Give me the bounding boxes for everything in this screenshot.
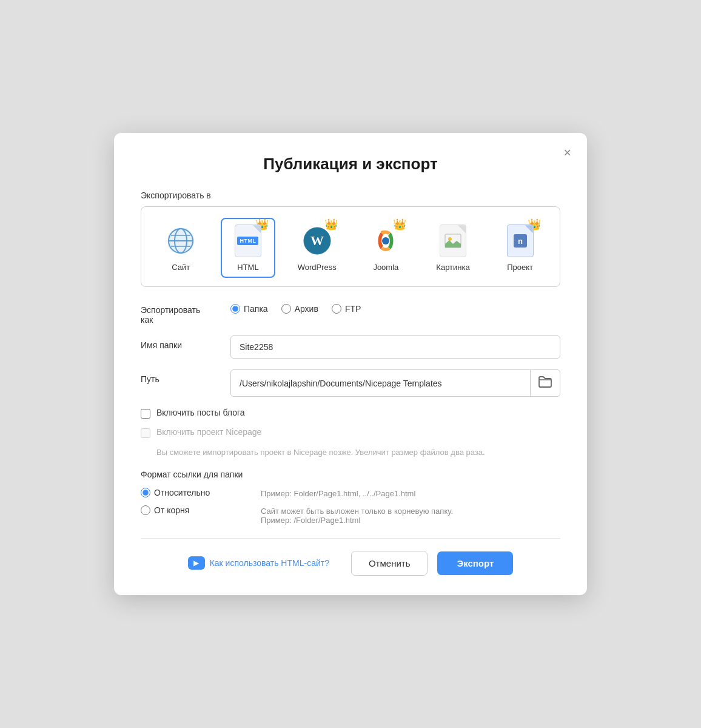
nicepage-project-checkbox[interactable] [141,428,150,438]
project-icon-wrapper: 👑 n [503,224,537,258]
path-control [230,369,560,397]
link-format-root-row: От корня Сайт может быть выложен только … [141,505,560,525]
link-format-relative-example: Пример: Folder/Page1.html, ../../Page1.h… [261,488,415,498]
image-icon-svg [444,234,461,248]
radio-ftp[interactable]: FTP [332,304,361,314]
publish-export-dialog: × Публикация и экспорт Экспортировать в … [114,133,587,595]
radio-relative[interactable]: Относительно [141,488,210,497]
link-format-root-left: От корня [141,505,250,515]
joomla-label: Joomla [373,263,398,272]
image-label: Картинка [436,263,469,272]
blog-posts-checkbox-row: Включить посты блога [141,408,560,419]
blog-posts-checkbox[interactable] [141,409,150,419]
path-input[interactable] [231,372,530,394]
export-option-joomla[interactable]: 👑 Joomla [358,218,413,278]
html-badge: HTML [237,237,258,245]
nicepage-project-checkbox-row: Включить проект Nicepage [141,427,560,438]
export-option-project[interactable]: 👑 n Проект [493,218,548,278]
wordpress-label: WordPress [298,263,337,272]
radio-archive-input[interactable] [281,304,291,314]
link-format-relative-left: Относительно [141,488,250,497]
folder-icon [538,375,552,388]
export-as-controls: Папка Архив FTP [230,300,560,314]
html-icon-wrapper: 👑 HTML [231,224,265,258]
nicepage-project-label: Включить проект Nicepage [156,427,261,437]
close-button[interactable]: × [563,146,571,160]
path-row: Путь [141,369,560,397]
svg-text:n: n [518,237,523,246]
site-icon-wrapper [164,224,198,258]
radio-root-label: От корня [154,505,189,515]
blog-posts-label: Включить посты блога [156,408,245,417]
export-option-image[interactable]: Картинка [426,218,480,278]
export-option-html[interactable]: 👑 HTML HTML [221,218,275,278]
project-file-icon: n [507,224,534,257]
link-format-title: Формат ссылки для папки [141,470,560,479]
link-format-root-example: Сайт может быть выложен только в корневу… [261,505,453,525]
path-label: Путь [141,369,220,384]
image-file-icon [440,224,466,257]
radio-folder-label: Папка [244,304,268,314]
radio-archive-label: Архив [295,304,318,314]
project-label: Проект [507,263,533,272]
export-as-row: Эспортироватькак Папка Архив FTP [141,300,560,325]
nicepage-project-section: Включить проект Nicepage Вы сможете импо… [141,427,560,459]
wordpress-icon-wrapper: 👑 W [300,224,334,258]
cancel-button[interactable]: Отменить [351,551,428,576]
export-option-wordpress[interactable]: 👑 W WordPress [288,218,346,278]
radio-folder[interactable]: Папка [230,304,268,314]
radio-root-input[interactable] [141,505,150,515]
how-to-link[interactable]: ▶ Как использовать HTML-сайт? [188,556,329,570]
export-option-site[interactable]: Сайт [153,218,208,278]
html-label: HTML [237,263,258,272]
video-icon: ▶ [188,556,205,570]
html-file-icon: HTML [235,224,261,257]
how-to-label: Как использовать HTML-сайт? [210,558,329,568]
folder-name-control [230,335,560,359]
project-icon-svg: n [512,233,528,249]
link-format-relative-row: Относительно Пример: Folder/Page1.html, … [141,488,560,498]
site-label: Сайт [172,263,190,272]
radio-folder-input[interactable] [230,304,240,314]
folder-name-input[interactable] [230,335,560,359]
folder-name-row: Имя папки [141,335,560,359]
dialog-footer: ▶ Как использовать HTML-сайт? Отменить Э… [141,551,560,576]
nicepage-project-subtext: Вы сможете импортировать проект в Nicepa… [156,447,560,459]
radio-archive[interactable]: Архив [281,304,318,314]
folder-name-label: Имя папки [141,335,220,350]
joomla-crown: 👑 [393,218,406,231]
radio-ftp-label: FTP [345,304,361,314]
radio-root[interactable]: От корня [141,505,189,515]
radio-ftp-input[interactable] [332,304,341,314]
export-icons-box: Сайт 👑 HTML HTML 👑 W WordPress [141,206,560,287]
svg-text:W: W [310,233,324,248]
image-icon-wrapper [436,224,470,258]
radio-relative-label: Относительно [154,488,210,497]
browse-button[interactable] [530,370,560,396]
export-as-radio-group: Папка Архив FTP [230,300,560,314]
globe-icon [165,225,196,257]
joomla-icon-wrapper: 👑 [369,224,403,258]
dialog-title: Публикация и экспорт [141,155,560,174]
export-as-label: Эспортироватькак [141,300,220,325]
radio-relative-input[interactable] [141,488,150,497]
export-button[interactable]: Экспорт [437,551,513,575]
svg-point-12 [448,237,452,241]
svg-point-10 [382,237,389,244]
path-input-row [230,369,560,397]
wordpress-crown: 👑 [324,218,338,231]
footer-divider [141,538,560,539]
export-section-label: Экспортировать в [141,190,560,200]
